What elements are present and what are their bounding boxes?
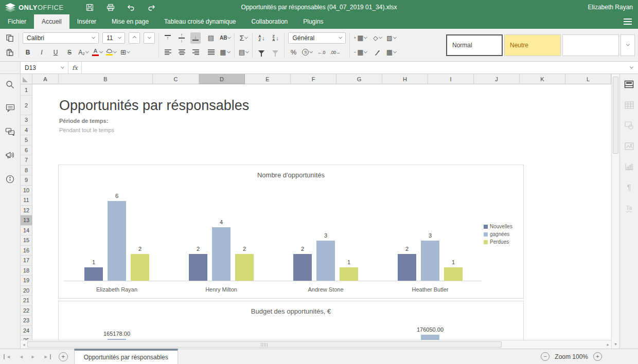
column-header-F[interactable]: F — [291, 74, 336, 84]
chat-icon[interactable] — [4, 125, 16, 138]
delete-cells-button[interactable]: −▦ — [353, 47, 367, 58]
highlight-color-button[interactable] — [106, 47, 116, 58]
vertical-scrollbar-thumb[interactable] — [613, 77, 618, 154]
row-header-23[interactable]: 23 — [21, 316, 32, 326]
search-icon[interactable] — [4, 78, 16, 90]
increase-font-size-button[interactable] — [129, 32, 140, 44]
image-settings-icon[interactable] — [624, 141, 635, 151]
scroll-left-icon[interactable]: ◂ — [21, 342, 27, 347]
row-header-11[interactable]: 11 — [21, 195, 32, 206]
italic-button[interactable]: I — [37, 47, 47, 58]
select-all-corner[interactable] — [21, 74, 32, 84]
expand-formula-bar-button[interactable] — [625, 62, 638, 74]
first-sheet-button[interactable]: ◄ — [5, 354, 12, 359]
cell-style-normal[interactable]: Normal — [446, 34, 503, 56]
spreadsheet-grid[interactable]: Opportunités par résponsables Période de… — [21, 74, 611, 340]
orientation-button[interactable]: AB — [220, 32, 231, 44]
bold-button[interactable]: B — [23, 47, 33, 58]
wrap-text-button[interactable]: ▤ — [206, 32, 216, 44]
insert-cells-button[interactable]: +▦ — [353, 32, 367, 44]
cell-style-neutre[interactable]: Neutre — [504, 34, 561, 56]
conditional-formatting-button[interactable]: ▧ — [386, 32, 396, 44]
tab-plugins[interactable]: Plugins — [295, 14, 331, 29]
vertical-scrollbar[interactable] — [611, 74, 619, 340]
add-sheet-button[interactable]: + — [59, 352, 68, 361]
column-header-B[interactable]: B — [59, 74, 153, 84]
row-header-15[interactable]: 15 — [21, 235, 32, 246]
sheet-tab[interactable]: Opportunités par résponsables — [74, 349, 178, 364]
paste-button[interactable] — [5, 47, 15, 58]
scroll-right-icon[interactable]: ▸ — [605, 342, 611, 347]
align-bottom-button[interactable]: ↓ — [190, 32, 201, 44]
column-header-E[interactable]: E — [245, 74, 291, 84]
increase-decimal-button[interactable]: .00→ — [330, 47, 340, 58]
row-header-25[interactable]: 25 — [21, 336, 32, 340]
tab-fichier[interactable]: Fichier — [0, 14, 34, 29]
zoom-out-button[interactable]: − — [541, 352, 550, 361]
table-settings-icon[interactable] — [624, 100, 635, 110]
redo-button[interactable] — [143, 0, 161, 14]
row-header-4[interactable]: 4 — [21, 125, 32, 136]
font-color-button[interactable]: A — [92, 47, 102, 58]
print-button[interactable] — [102, 0, 119, 14]
copy-button[interactable] — [5, 32, 15, 44]
horizontal-scrollbar[interactable]: ◂ ▸ — [21, 340, 611, 349]
justify-button[interactable] — [206, 47, 216, 58]
row-header-21[interactable]: 21 — [21, 296, 32, 306]
autosum-button[interactable]: Σ — [238, 32, 249, 44]
chart-opportunities-count[interactable]: Nombre d'opportunitésElizabeth Rayan162H… — [58, 165, 524, 299]
row-header-17[interactable]: 17 — [21, 256, 32, 266]
zoom-in-button[interactable]: + — [593, 352, 602, 361]
last-sheet-button[interactable]: ► — [43, 354, 49, 359]
column-header-K[interactable]: K — [520, 74, 565, 84]
row-header-2[interactable]: 2 — [21, 96, 32, 115]
tab-mise-en-page[interactable]: Mise en page — [104, 14, 156, 29]
row-header-16[interactable]: 16 — [21, 246, 32, 256]
scroll-down-icon[interactable]: ▾ — [611, 340, 619, 349]
sort-ascending-button[interactable]: AZ↓ — [256, 32, 267, 44]
about-icon[interactable] — [4, 173, 16, 185]
chart-settings-icon[interactable] — [624, 161, 635, 172]
column-header-G[interactable]: G — [336, 74, 382, 84]
row-header-8[interactable]: 8 — [21, 166, 32, 176]
row-header-18[interactable]: 18 — [21, 266, 32, 276]
row-header-22[interactable]: 22 — [21, 306, 32, 316]
named-ranges-button[interactable]: ▤ — [238, 47, 249, 58]
row-header-1[interactable]: 1 — [21, 84, 32, 96]
font-size-select[interactable]: 11 — [102, 32, 125, 44]
row-header-13[interactable]: 13 — [21, 215, 32, 226]
column-header-I[interactable]: I — [428, 74, 474, 84]
column-header-D[interactable]: D — [199, 74, 245, 84]
row-header-19[interactable]: 19 — [21, 276, 32, 286]
decrease-decimal-button[interactable]: ←.0 — [316, 47, 326, 58]
row-header-14[interactable]: 14 — [21, 226, 32, 236]
feedback-icon[interactable] — [4, 149, 16, 161]
tab-accueil[interactable]: Accueil — [34, 14, 69, 29]
font-name-select[interactable]: Calibri — [23, 32, 99, 44]
horizontal-scrollbar-thumb[interactable] — [27, 341, 502, 348]
paragraph-settings-icon[interactable]: ¶ — [624, 182, 635, 192]
column-header-C[interactable]: C — [153, 74, 199, 84]
format-as-table-button[interactable]: ▦ — [386, 47, 396, 58]
row-header-10[interactable]: 10 — [21, 186, 32, 196]
merge-cells-button[interactable]: ▦ — [220, 47, 230, 58]
underline-button[interactable]: U — [50, 47, 61, 58]
number-format-select[interactable]: Général — [288, 32, 346, 44]
sort-descending-button[interactable]: ZA↓ — [270, 32, 280, 44]
previous-sheet-button[interactable]: ◄ — [19, 354, 24, 359]
save-button[interactable] — [81, 0, 99, 14]
row-header-24[interactable]: 24 — [21, 326, 32, 336]
tab-inserer[interactable]: Insérer — [69, 14, 104, 29]
cell-settings-icon[interactable] — [624, 79, 635, 89]
row-header-6[interactable]: 6 — [21, 145, 32, 156]
next-sheet-button[interactable]: ► — [31, 354, 36, 359]
comments-icon[interactable] — [4, 102, 16, 114]
copy-style-button[interactable] — [372, 47, 382, 58]
row-header-9[interactable]: 9 — [21, 175, 32, 186]
row-header-3[interactable]: 3 — [21, 115, 32, 125]
cell-style-blank[interactable] — [562, 34, 619, 56]
decrease-font-size-button[interactable] — [144, 32, 155, 44]
insert-function-button[interactable]: fx — [68, 62, 82, 74]
align-left-button[interactable] — [163, 47, 173, 58]
text-art-settings-icon[interactable]: Ta — [624, 203, 635, 213]
